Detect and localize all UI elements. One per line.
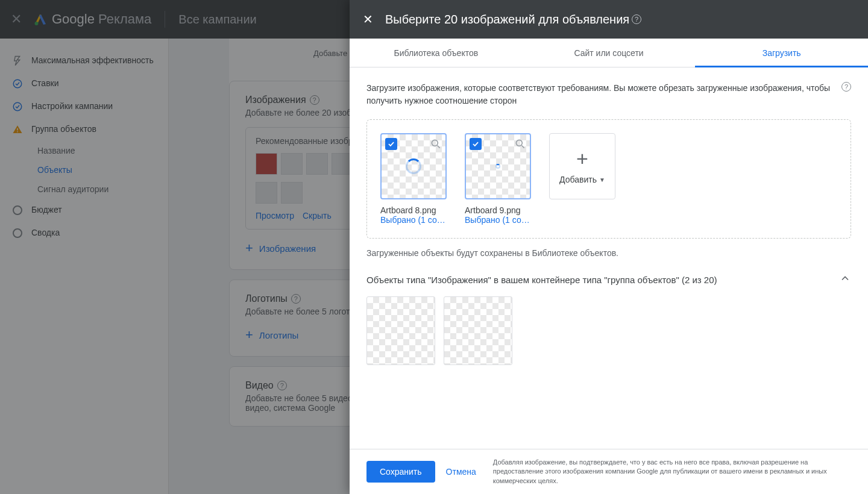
close-icon[interactable]: ✕ (363, 12, 373, 27)
zoom-icon[interactable] (514, 138, 526, 150)
tabs: Библиотека объектов Сайт или соцсети Заг… (350, 39, 868, 67)
checkbox-icon[interactable] (385, 138, 397, 150)
panel-title: Выберите 20 изображений для объявления ? (385, 13, 855, 27)
save-button[interactable]: Сохранить (366, 461, 435, 483)
container-thumbs (366, 296, 851, 365)
add-more-button[interactable]: + Добавить ▼ (549, 133, 615, 199)
saved-note: Загруженные объекты будут сохранены в Би… (366, 248, 851, 258)
filename: Artboard 8.png (380, 205, 447, 215)
checkbox-icon[interactable] (470, 138, 482, 150)
tab-upload[interactable]: Загрузить (695, 39, 868, 67)
spinner-icon (406, 158, 421, 174)
upload-item[interactable]: Artboard 8.png Выбрано (1 со… (380, 133, 447, 225)
upload-item[interactable]: Artboard 9.png Выбрано (1 со… (465, 133, 531, 225)
panel-header: ✕ Выберите 20 изображений для объявления… (350, 0, 868, 39)
cancel-button[interactable]: Отмена (446, 467, 476, 477)
upload-thumbnail[interactable] (380, 133, 447, 199)
filename: Artboard 9.png (465, 205, 531, 215)
add-label: Добавить ▼ (559, 175, 605, 184)
upload-instruction: Загрузите изображения, которые соответст… (366, 82, 834, 107)
container-title: Объекты типа "Изображения" в вашем конте… (366, 275, 717, 285)
svg-point-5 (432, 140, 438, 146)
image-picker-panel: ✕ Выберите 20 изображений для объявления… (350, 0, 868, 494)
plus-icon: + (576, 148, 588, 169)
caret-down-icon: ▼ (599, 177, 605, 183)
tab-site[interactable]: Сайт или соцсети (523, 39, 696, 67)
svg-line-8 (522, 146, 524, 148)
container-thumb[interactable] (366, 296, 435, 365)
legal-text: Добавляя изображение, вы подтверждаете, … (493, 458, 851, 486)
selection-meta: Выбрано (1 со… (465, 215, 531, 225)
uploads-box: Artboard 8.png Выбрано (1 со… Artboard 9… (366, 119, 851, 239)
selection-meta: Выбрано (1 со… (380, 215, 447, 225)
help-icon[interactable]: ? (632, 14, 641, 24)
zoom-icon[interactable] (430, 138, 442, 150)
panel-body: Загрузите изображения, которые соответст… (350, 67, 868, 449)
tab-library[interactable]: Библиотека объектов (350, 39, 523, 67)
help-icon[interactable]: ? (841, 82, 851, 92)
chevron-up-icon[interactable] (839, 272, 851, 287)
svg-point-7 (516, 140, 522, 146)
container-thumb[interactable] (444, 296, 512, 365)
spinner-icon (495, 164, 500, 169)
panel-footer: Сохранить Отмена Добавляя изображение, в… (350, 449, 868, 494)
container-section: Объекты типа "Изображения" в вашем конте… (366, 272, 851, 365)
upload-thumbnail[interactable] (465, 133, 531, 199)
svg-line-6 (438, 146, 440, 148)
